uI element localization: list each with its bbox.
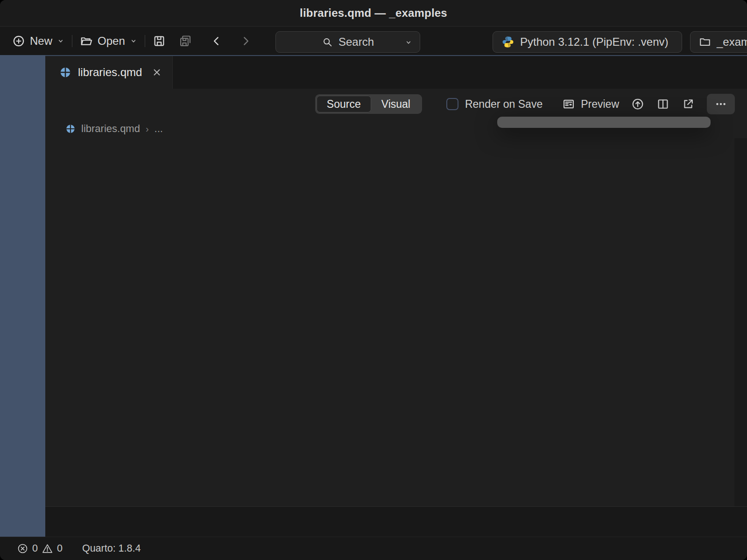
titlebar: libraries.qmd — _examples [0,0,747,26]
preview-button[interactable]: Preview [562,98,619,111]
tab-libraries-qmd[interactable]: libraries.qmd [45,56,173,89]
forward-icon[interactable] [240,35,252,47]
search-input[interactable]: Search [275,31,420,53]
editor-scrollbar[interactable] [734,138,747,506]
bottom-panel [45,506,747,537]
search-placeholder: Search [338,35,374,49]
project-button[interactable]: _examples [690,31,747,53]
problems-indicator[interactable]: 0 0 [17,543,63,554]
open-label: Open [98,35,125,48]
editor-actions-toolbar: Source Visual Render on Save Preview [45,89,747,119]
toolbar-divider [145,35,145,47]
ellipsis-icon [714,98,727,111]
search-icon [322,36,333,48]
tab-label: libraries.qmd [78,66,145,79]
publish-icon[interactable] [631,98,644,111]
render-on-save-checkbox[interactable] [446,98,458,110]
breadcrumb-file[interactable]: libraries.qmd [81,123,140,135]
plus-circle-icon [12,35,25,48]
toolbar-divider [72,35,72,47]
app-window: libraries.qmd — _examples New Open Searc… [0,0,747,560]
more-actions-button[interactable] [707,94,735,114]
preview-icon [562,98,575,111]
warning-count: 0 [57,543,63,554]
quarto-file-icon [59,66,71,78]
code-editor[interactable] [45,138,747,506]
tab-bar: libraries.qmd [45,56,747,89]
render-on-save-label: Render on Save [465,98,543,111]
quarto-file-icon [65,124,76,134]
chevron-down-icon [130,37,137,45]
status-bar: 0 0 Quarto: 1.8.4 [0,537,747,560]
source-visual-toggle: Source Visual [315,94,422,114]
error-icon [17,543,28,554]
visual-mode-button[interactable]: Visual [371,96,421,112]
folder-icon [699,36,711,48]
split-editor-icon[interactable] [656,98,669,111]
save-all-icon[interactable] [179,35,192,48]
new-button[interactable]: New [12,35,64,48]
close-tab-icon[interactable] [152,67,162,77]
back-icon[interactable] [211,35,223,47]
open-button[interactable]: Open [80,35,137,48]
breadcrumb-chevron-icon: › [146,124,149,134]
editor-context-menu [497,117,711,128]
breadcrumb-more[interactable]: ... [155,123,163,135]
python-logo-icon [501,35,514,49]
open-external-icon[interactable] [682,98,695,111]
new-label: New [30,35,52,48]
activity-bar [0,55,45,537]
window-title: libraries.qmd — _examples [0,0,747,26]
project-label: _examples [717,35,747,49]
error-count: 0 [32,543,38,554]
interpreter-selector[interactable]: Python 3.12.1 (PipEnv: .venv) [493,31,682,53]
source-mode-button[interactable]: Source [317,96,371,112]
chevron-down-icon [57,37,64,45]
save-icon[interactable] [153,35,166,48]
quarto-version[interactable]: Quarto: 1.8.4 [82,543,141,554]
top-toolbar: New Open Search Python 3.12.1 (PipEnv: .… [0,26,747,55]
source-label: Source [327,98,361,111]
interpreter-label: Python 3.12.1 (PipEnv: .venv) [520,35,669,49]
warning-icon [42,543,53,554]
chevron-down-icon [405,39,412,46]
visual-label: Visual [381,98,410,111]
folder-open-icon [80,35,93,48]
preview-label: Preview [581,98,619,111]
